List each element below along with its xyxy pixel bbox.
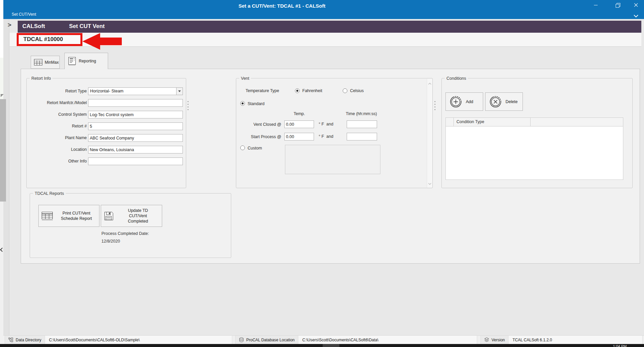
retort-number-label: Retort # <box>29 122 87 130</box>
restore-button[interactable] <box>610 0 625 10</box>
chevron-down-icon <box>634 15 638 17</box>
celsius-radio[interactable] <box>343 88 347 93</box>
taskbar-app-button[interactable] <box>323 344 339 347</box>
nav-expand-chevron[interactable]: > <box>8 21 11 29</box>
version-label: Version <box>492 338 505 342</box>
scroll-down-icon[interactable] <box>428 180 431 186</box>
print-button-line1: Print CUT/Vent <box>62 211 90 216</box>
panel-splitter[interactable] <box>434 101 436 112</box>
retort-number-row: Retort # <box>27 122 186 130</box>
update-button-line1: Update TD <box>128 208 148 213</box>
print-button-line2: Schedule Report <box>61 216 92 221</box>
retort-info-group: Retort Info Retort Type Horizontal- Stea… <box>26 78 186 188</box>
minimize-button[interactable] <box>588 0 603 10</box>
delete-button-label: Delete <box>506 99 518 104</box>
conditions-group: Conditions Add Delete <box>441 78 633 188</box>
custom-radio[interactable] <box>240 145 245 150</box>
tab-reporting[interactable]: Reporting <box>64 53 108 69</box>
conditions-group-title: Conditions <box>445 76 468 81</box>
screen: Set a CUT/Vent: TDCAL #1 - CALSoft Set C… <box>0 0 644 347</box>
status-data-directory: Data Directory C:\Users\Scott\Documents\… <box>5 336 232 344</box>
start-process-temp-field[interactable] <box>284 133 314 140</box>
celsius-radio-label[interactable]: Celsius <box>350 88 364 93</box>
start-process-time-field[interactable] <box>347 133 377 140</box>
fahrenheit-radio-label[interactable]: Fahrenheit <box>302 88 322 93</box>
vent-group-title: Vent <box>239 76 251 81</box>
print-cut-vent-report-button[interactable]: Print CUT/Vent Schedule Report <box>38 205 99 227</box>
vent-closed-time-field[interactable] <box>347 120 377 128</box>
retort-type-dropdown-button[interactable] <box>176 88 183 95</box>
conditions-table: Condition Type <box>445 117 623 180</box>
reporting-tab-page: Retort Info Retort Type Horizontal- Stea… <box>21 69 640 264</box>
screen-title: Set CUT Vent <box>69 23 105 30</box>
other-info-label: Other Info <box>29 157 87 165</box>
other-info-field[interactable] <box>88 157 183 165</box>
tdcal-reports-group: TDCAL Reports Print CUT/Vent Schedule Re… <box>30 193 231 258</box>
annotation-highlight-box: TDCAL #10000 <box>17 33 82 46</box>
status-bar: Data Directory C:\Users\Scott\Documents\… <box>3 335 644 344</box>
add-button-label: Add <box>466 99 473 104</box>
close-icon <box>634 3 638 7</box>
vent-group: Vent Temperature Type Fahrenheit Celsius… <box>236 78 433 188</box>
minimize-icon <box>594 5 598 5</box>
scroll-up-icon[interactable] <box>428 80 431 86</box>
retort-number-field[interactable] <box>88 122 183 130</box>
retort-type-label: Retort Type <box>29 87 87 95</box>
update-button-line3: Completed <box>128 219 148 224</box>
retort-model-field[interactable] <box>88 99 183 107</box>
other-info-row: Other Info <box>27 157 186 165</box>
time-column-header: Time (hh:mm:ss) <box>336 111 386 116</box>
extra-column-header[interactable] <box>531 118 623 126</box>
tdcal-reports-group-title: TDCAL Reports <box>33 191 66 196</box>
header-bar: CALSoft Set CUT Vent <box>18 21 641 33</box>
close-button[interactable] <box>628 0 644 10</box>
circle-x-icon <box>489 95 502 108</box>
plant-name-field[interactable] <box>88 134 183 142</box>
collapse-ribbon-button[interactable] <box>630 13 642 19</box>
standard-radio[interactable] <box>240 101 245 106</box>
location-field[interactable] <box>88 146 183 153</box>
row-selector-column-header[interactable] <box>446 118 454 126</box>
database-icon <box>239 337 244 342</box>
retort-type-row: Retort Type Horizontal- Steam <box>27 87 186 95</box>
background-strip <box>0 0 3 58</box>
save-floppy-icon <box>104 211 114 221</box>
process-completed-label: Process Completed Date: <box>101 231 149 236</box>
custom-schedule-textarea[interactable] <box>285 145 380 174</box>
taskbar-clock[interactable]: 1:04 PM <box>613 344 627 347</box>
add-condition-button[interactable]: Add <box>445 92 483 111</box>
vent-closed-temp-field[interactable] <box>284 120 314 128</box>
version-label-segment: Version <box>480 336 509 344</box>
background-artifact <box>1 94 4 97</box>
delete-condition-button[interactable]: Delete <box>485 92 523 111</box>
background-scrollbar[interactable] <box>0 99 6 202</box>
folder-hierarchy-icon <box>8 337 13 342</box>
fahrenheit-radio[interactable] <box>295 88 300 93</box>
tab-minmax[interactable]: MinMax <box>31 56 60 69</box>
start-process-unit-text: ° F and <box>319 134 333 139</box>
update-td-cut-vent-button[interactable]: Update TD CUT/Vent Completed <box>101 205 162 227</box>
retort-info-group-title: Retort Info <box>30 76 52 81</box>
tab-minmax-label: MinMax <box>45 60 59 65</box>
standard-radio-label[interactable]: Standard <box>248 101 265 106</box>
retort-model-label: Retort Manfctr./Model <box>29 99 87 107</box>
tab-reporting-label: Reporting <box>79 59 96 63</box>
condition-type-column-header[interactable]: Condition Type <box>454 118 531 126</box>
window-title: Set a CUT/Vent: TDCAL #1 - CALSoft <box>3 3 561 9</box>
app-name: CALSoft <box>22 23 45 30</box>
custom-radio-label[interactable]: Custom <box>248 146 262 150</box>
control-system-field[interactable] <box>88 111 183 118</box>
record-id: TDCAL #10000 <box>23 35 80 44</box>
circle-plus-icon <box>449 95 462 108</box>
location-label: Location <box>29 146 87 153</box>
control-system-label: Control System <box>29 111 87 118</box>
retort-type-combobox[interactable]: Horizontal- Steam <box>88 87 183 95</box>
plant-name-label: Plant Name <box>29 134 87 142</box>
data-directory-path: C:\Users\Scott\Documents\CALSoft6-OLD\Sa… <box>45 336 232 344</box>
panel-splitter[interactable] <box>188 101 189 112</box>
ribbon-tab-set-cut-vent[interactable]: Set CUT/Vent <box>12 12 36 17</box>
title-bar: Set a CUT/Vent: TDCAL #1 - CALSoft Set C… <box>3 0 644 19</box>
os-taskbar: 1:04 PM <box>0 344 644 347</box>
start-process-label: Start Process @ <box>236 134 281 139</box>
custom-textarea-scrollbar[interactable] <box>427 79 432 188</box>
